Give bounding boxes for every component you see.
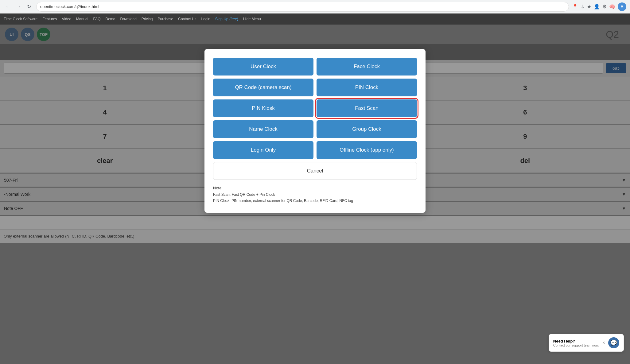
browser-icons: 📍 ⇓ ★ 👤 ⚙ 🧠 A [572, 2, 626, 11]
user-clock-button[interactable]: User Clock [213, 58, 313, 76]
star-icon: ★ [587, 4, 591, 10]
nav-features[interactable]: Features [42, 17, 57, 21]
extension-icon: ⚙ [602, 4, 607, 10]
reload-button[interactable]: ↻ [25, 2, 33, 11]
nav-purchase[interactable]: Purchase [158, 17, 173, 21]
qr-code-button[interactable]: QR Code (camera scan) [213, 79, 313, 96]
pin-clock-button[interactable]: PIN Clock [317, 79, 417, 96]
face-clock-button[interactable]: Face Clock [317, 58, 417, 76]
profile-icon: 👤 [594, 4, 600, 10]
app-area: UI QS TOF Q2 GO 1 2 3 4 5 6 7 8 9 clear … [0, 25, 630, 364]
nav-signup[interactable]: Sign Up (free) [215, 17, 238, 21]
nav-contact[interactable]: Contact Us [178, 17, 196, 21]
group-clock-button[interactable]: Group Clock [317, 120, 417, 138]
modal-overlay: User Clock Face Clock QR Code (camera sc… [0, 25, 630, 364]
top-navigation: Time Clock Software Features Video Manua… [0, 14, 630, 25]
nav-video[interactable]: Video [62, 17, 71, 21]
modal-button-grid: User Clock Face Clock QR Code (camera sc… [213, 58, 417, 159]
browser-bar: ← → ↻ opentimeclock.com/q2/index.html 📍 … [0, 0, 630, 14]
back-button[interactable]: ← [4, 2, 12, 11]
help-text: Need Help? Contact our support team now. [553, 339, 599, 347]
modal-dialog: User Clock Face Clock QR Code (camera sc… [204, 49, 426, 213]
download-icon: ⇓ [581, 4, 585, 10]
pin-kiosk-button[interactable]: PIN Kiosk [213, 99, 313, 117]
location-icon: 📍 [572, 4, 578, 10]
url-text: opentimeclock.com/q2/index.html [40, 4, 99, 9]
offline-clock-button[interactable]: Offline Clock (app only) [317, 141, 417, 159]
nav-login[interactable]: Login [201, 17, 210, 21]
login-only-button[interactable]: Login Only [213, 141, 313, 159]
modal-note: Note: Fast Scan: Fast QR Code + Pin Cloc… [213, 185, 417, 204]
nav-hidemenu[interactable]: Hide Menu [243, 17, 261, 21]
nav-manual[interactable]: Manual [76, 17, 88, 21]
puzzle-icon: 🧠 [609, 4, 615, 10]
help-title: Need Help? [553, 339, 599, 343]
cancel-button[interactable]: Cancel [213, 162, 417, 180]
avatar[interactable]: A [618, 2, 626, 11]
nav-demo[interactable]: Demo [105, 17, 115, 21]
name-clock-button[interactable]: Name Clock [213, 120, 313, 138]
nav-pricing[interactable]: Pricing [142, 17, 153, 21]
nav-timeclock[interactable]: Time Clock Software [4, 17, 37, 21]
help-subtitle: Contact our support team now. [553, 343, 599, 347]
close-icon[interactable]: × [602, 340, 605, 346]
fast-scan-button[interactable]: Fast Scan [317, 99, 417, 117]
address-bar[interactable]: opentimeclock.com/q2/index.html [36, 2, 569, 12]
nav-download[interactable]: Download [120, 17, 136, 21]
forward-button[interactable]: → [14, 2, 23, 11]
chat-button[interactable]: 💬 [608, 337, 619, 348]
help-widget: Need Help? Contact our support team now.… [549, 334, 624, 352]
browser-nav-buttons: ← → ↻ [4, 2, 33, 11]
nav-faq[interactable]: FAQ [93, 17, 100, 21]
